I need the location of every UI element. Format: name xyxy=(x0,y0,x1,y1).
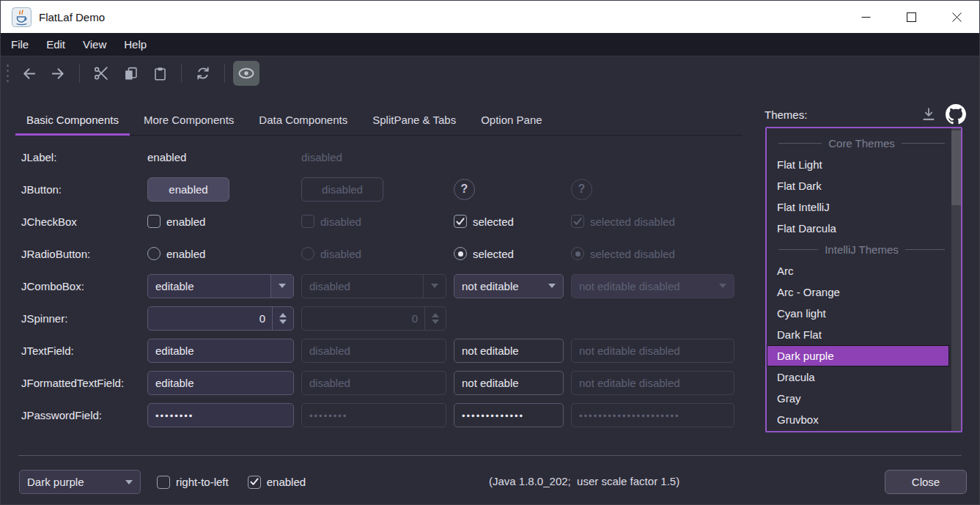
theme-item-dark-purple[interactable]: Dark purple xyxy=(767,345,949,366)
help-button[interactable]: ? xyxy=(454,179,475,200)
field-value: editable xyxy=(148,377,293,389)
radio-button[interactable]: enabled xyxy=(147,247,205,260)
combo-box[interactable]: editable xyxy=(147,274,294,298)
grid-cell: disabled xyxy=(301,339,446,363)
refresh-icon xyxy=(195,65,211,81)
scrollbar-thumb[interactable] xyxy=(951,130,961,205)
combo-box[interactable]: disabled xyxy=(301,274,446,298)
theme-item-cyan-light[interactable]: Cyan light xyxy=(767,303,949,324)
cut-button[interactable] xyxy=(88,61,114,86)
grid-cell: ? xyxy=(571,177,734,202)
menu-view[interactable]: View xyxy=(74,33,115,56)
grid-cell-empty xyxy=(454,145,564,169)
toolbar xyxy=(1,57,979,89)
forward-button[interactable] xyxy=(45,61,71,86)
grid-cell: disabled xyxy=(301,177,446,202)
grid-cell: •••••••• xyxy=(301,403,446,427)
text-field[interactable]: not editable xyxy=(454,339,564,363)
field-value: not editable xyxy=(454,377,563,389)
checkbox-right-to-left[interactable]: right-to-left xyxy=(157,476,229,489)
row-label: JButton: xyxy=(21,183,140,196)
password-field[interactable]: ••••••••••••••••••••• xyxy=(571,403,734,427)
password-field[interactable]: •••••••• xyxy=(147,403,294,427)
theme-item-flat-light[interactable]: Flat Light xyxy=(767,154,949,175)
cut-icon xyxy=(93,65,109,81)
copy-button[interactable] xyxy=(117,61,144,86)
theme-item-dracula[interactable]: Dracula xyxy=(767,366,949,388)
password-field[interactable]: •••••••• xyxy=(301,403,446,427)
combo-value: editable xyxy=(148,280,270,292)
text-field[interactable]: not editable disabled xyxy=(571,371,734,395)
checkbox[interactable]: selected disabled xyxy=(571,215,675,228)
bottom-bar: Dark purple right-to-leftenabled (Java 1… xyxy=(1,455,979,504)
back-button[interactable] xyxy=(15,61,42,86)
spinner-arrows xyxy=(424,307,446,330)
text-field[interactable]: editable xyxy=(147,339,294,363)
radio-button[interactable]: disabled xyxy=(301,247,361,260)
theme-item-flat-dark[interactable]: Flat Dark xyxy=(767,175,949,196)
theme-item-flat-intellij[interactable]: Flat IntelliJ xyxy=(767,196,949,218)
button[interactable]: enabled xyxy=(147,177,229,202)
checkbox[interactable]: selected xyxy=(454,215,514,228)
close-button[interactable]: Close xyxy=(885,470,967,494)
radio-button[interactable]: selected xyxy=(454,247,514,260)
password-field[interactable]: ••••••••••••• xyxy=(454,403,564,427)
control-label: selected xyxy=(473,248,514,260)
theme-combo-value: Dark purple xyxy=(20,476,117,488)
copy-icon xyxy=(123,66,139,81)
theme-item-gruvbox[interactable]: Gruvbox xyxy=(767,409,949,430)
theme-item-gray[interactable]: Gray xyxy=(767,388,949,409)
eye-button[interactable] xyxy=(233,61,259,86)
theme-combo-box[interactable]: Dark purple xyxy=(19,470,141,494)
components-grid: JLabel:enableddisabledJButton:enableddis… xyxy=(21,141,734,431)
checkbox[interactable]: disabled xyxy=(301,215,361,228)
text-field[interactable]: not editable xyxy=(454,371,564,395)
checkbox-icon xyxy=(301,215,314,228)
checkbox-icon xyxy=(157,476,170,489)
help-button[interactable]: ? xyxy=(571,179,592,200)
refresh-button[interactable] xyxy=(190,61,216,86)
tab-splitpane-tabs[interactable]: SplitPane & Tabs xyxy=(361,108,467,136)
status-text: (Java 1.8.0_202; user scale factor 1.5) xyxy=(489,475,679,487)
theme-item-arc[interactable]: Arc xyxy=(767,260,949,281)
theme-item-arc-orange[interactable]: Arc - Orange xyxy=(767,281,949,303)
minimize-button[interactable] xyxy=(843,1,888,33)
question-icon: ? xyxy=(461,183,468,196)
close-button-label: Close xyxy=(912,476,940,488)
row-label: JCheckBox xyxy=(21,215,140,228)
chevron-down-icon xyxy=(270,275,293,298)
menu-edit[interactable]: Edit xyxy=(37,33,74,56)
menu-file[interactable]: File xyxy=(2,33,37,56)
question-icon: ? xyxy=(578,183,586,196)
text-field[interactable]: disabled xyxy=(301,371,446,395)
radio-button[interactable]: selected disabled xyxy=(571,247,675,260)
toolbar-grip[interactable] xyxy=(7,64,9,82)
theme-item-dark-flat[interactable]: Dark Flat xyxy=(767,324,949,345)
download-button[interactable] xyxy=(918,104,939,125)
checkbox-enabled[interactable]: enabled xyxy=(248,476,306,489)
grid-cell: ••••••••••••• xyxy=(454,403,564,427)
spinner[interactable]: 0 xyxy=(147,306,294,331)
text-field[interactable]: disabled xyxy=(301,339,446,363)
tab-more-components[interactable]: More Components xyxy=(133,108,245,136)
combo-box[interactable]: not editable xyxy=(454,274,564,298)
paste-button[interactable] xyxy=(147,61,173,86)
close-window-button[interactable] xyxy=(934,1,979,33)
text-field[interactable]: editable xyxy=(147,371,294,395)
spinner[interactable]: 0 xyxy=(301,306,446,331)
grid-cell: editable xyxy=(147,339,294,363)
tab-option-pane[interactable]: Option Pane xyxy=(470,108,553,136)
theme-item-flat-darcula[interactable]: Flat Darcula xyxy=(767,218,949,239)
maximize-button[interactable] xyxy=(888,1,934,33)
checkbox[interactable]: enabled xyxy=(147,215,205,228)
tab-basic-components[interactable]: Basic Components xyxy=(15,108,130,136)
tab-data-components[interactable]: Data Components xyxy=(248,108,358,136)
text-field[interactable]: not editable disabled xyxy=(571,339,734,363)
row-label: JSpinner: xyxy=(21,312,140,325)
themes-scrollbar[interactable] xyxy=(951,128,961,431)
combo-box[interactable]: not editable disabled xyxy=(571,274,734,298)
github-button[interactable] xyxy=(945,103,967,125)
menu-help[interactable]: Help xyxy=(115,33,155,56)
grid-cell: enabled xyxy=(147,177,294,202)
button[interactable]: disabled xyxy=(301,177,383,202)
